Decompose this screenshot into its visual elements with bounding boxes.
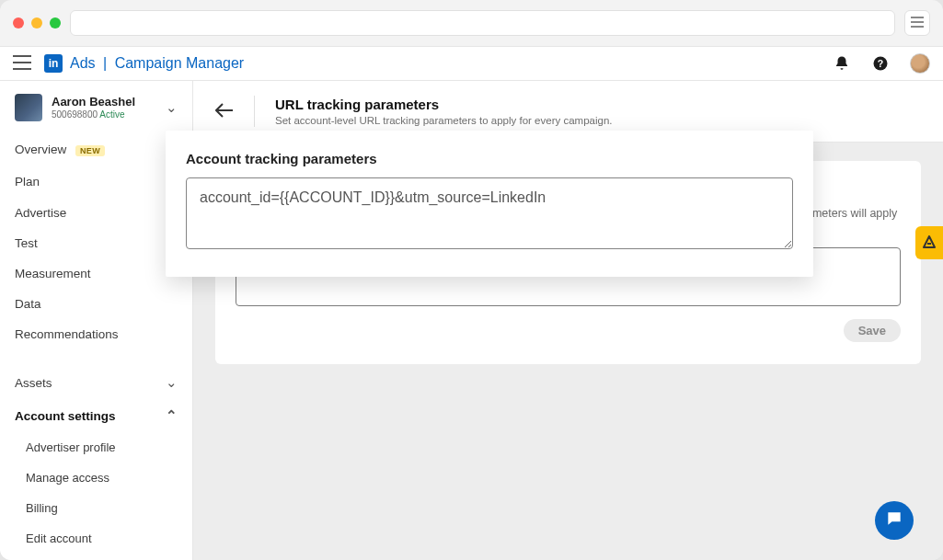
bell-icon[interactable] <box>833 54 851 73</box>
sidebar-item-advertise[interactable]: Advertise <box>0 198 192 228</box>
sidebar-item-recommendations[interactable]: Recommendations <box>0 319 192 349</box>
linkedin-logo-icon: in <box>44 54 63 73</box>
brand-text: Ads | Campaign Manager <box>70 55 244 72</box>
traffic-lights <box>13 17 61 29</box>
brand-separator: | <box>103 55 107 71</box>
divider <box>254 96 255 127</box>
minimize-window-icon[interactable] <box>31 17 42 29</box>
titlebar <box>0 0 943 46</box>
sidebar-subitem-edit-account[interactable]: Edit account <box>0 523 192 554</box>
chat-fab[interactable] <box>875 501 914 540</box>
sidebar-item-label: Assets <box>15 376 52 390</box>
side-tab-a[interactable] <box>915 226 943 259</box>
sidebar-item-plan[interactable]: Plan ⌄ <box>0 165 192 198</box>
sidebar-subitem-advertiser-profile[interactable]: Advertiser profile <box>0 432 192 463</box>
maximize-window-icon[interactable] <box>50 17 61 29</box>
account-status: Active <box>99 109 124 120</box>
header-actions: ? <box>833 53 930 74</box>
address-bar[interactable] <box>70 10 895 36</box>
app-header: in Ads | Campaign Manager ? <box>0 46 943 81</box>
account-id: 500698800 <box>52 109 98 120</box>
new-badge: NEW <box>75 145 105 156</box>
chevron-down-icon: ⌄ <box>166 99 178 116</box>
sidebar-item-label: Manage access <box>26 471 109 485</box>
page-title: URL tracking parameters <box>275 96 612 114</box>
account-info: Aaron Beashel 500698800 Active <box>52 95 156 120</box>
sidebar-item-label: Plan <box>15 175 40 189</box>
brand-block[interactable]: in Ads | Campaign Manager <box>44 54 244 73</box>
sidebar-subitem-billing[interactable]: Billing <box>0 493 192 523</box>
account-switcher[interactable]: Aaron Beashel 500698800 Active ⌄ <box>0 94 192 134</box>
menu-icon[interactable] <box>13 53 31 74</box>
side-tab-label <box>922 234 937 252</box>
sidebar-item-label: Billing <box>26 501 58 515</box>
help-icon[interactable]: ? <box>871 54 890 73</box>
page-subtitle: Set account-level URL tracking parameter… <box>275 114 612 128</box>
sidebar-item-label: Overview <box>15 143 66 156</box>
account-tracking-input[interactable] <box>186 177 793 249</box>
account-avatar <box>15 94 42 121</box>
sidebar-subitem-manage-access[interactable]: Manage access <box>0 463 192 493</box>
save-button[interactable]: Save <box>844 319 901 342</box>
chevron-down-icon: ⌄ <box>166 374 178 391</box>
user-avatar[interactable] <box>910 53 930 74</box>
sidebar-item-label: Advertise <box>15 206 66 220</box>
sidebar-item-label: Edit account <box>26 531 92 545</box>
brand-app: Campaign Manager <box>115 55 245 71</box>
sidebar-item-account-settings[interactable]: Account settings ⌃ <box>0 399 192 432</box>
close-window-icon[interactable] <box>13 17 24 29</box>
hamburger-icon <box>911 15 924 31</box>
chat-icon <box>885 509 903 531</box>
back-arrow-icon[interactable] <box>215 101 234 122</box>
brand-product: Ads <box>70 55 96 71</box>
sidebar: Aaron Beashel 500698800 Active ⌄ Overvie… <box>0 81 193 560</box>
sidebar-item-assets[interactable]: Assets ⌄ <box>0 366 192 399</box>
overlay-title: Account tracking parameters <box>186 151 793 166</box>
sidebar-item-label: Recommendations <box>15 327 119 341</box>
app-window: in Ads | Campaign Manager ? Aaron Beash <box>0 0 943 560</box>
sidebar-item-test[interactable]: Test <box>0 228 192 258</box>
account-name: Aaron Beashel <box>52 95 156 109</box>
sidebar-item-label: Advertiser profile <box>26 440 116 454</box>
account-subline: 500698800 Active <box>52 109 156 120</box>
sidebar-item-label: Account settings <box>15 409 116 423</box>
sidebar-item-label: Data <box>15 297 41 311</box>
svg-text:?: ? <box>878 58 883 69</box>
sidebar-item-overview[interactable]: Overview NEW <box>0 134 192 165</box>
chevron-up-icon: ⌃ <box>166 407 178 424</box>
page-title-block: URL tracking parameters Set account-leve… <box>275 96 612 127</box>
sidebar-item-label: Measurement <box>15 267 91 280</box>
sidebar-item-data[interactable]: Data <box>0 289 192 319</box>
account-tracking-overlay: Account tracking parameters <box>166 131 813 277</box>
sidebar-item-measurement[interactable]: Measurement <box>0 258 192 289</box>
sidebar-item-label: Test <box>15 236 38 250</box>
browser-menu-button[interactable] <box>904 10 930 36</box>
